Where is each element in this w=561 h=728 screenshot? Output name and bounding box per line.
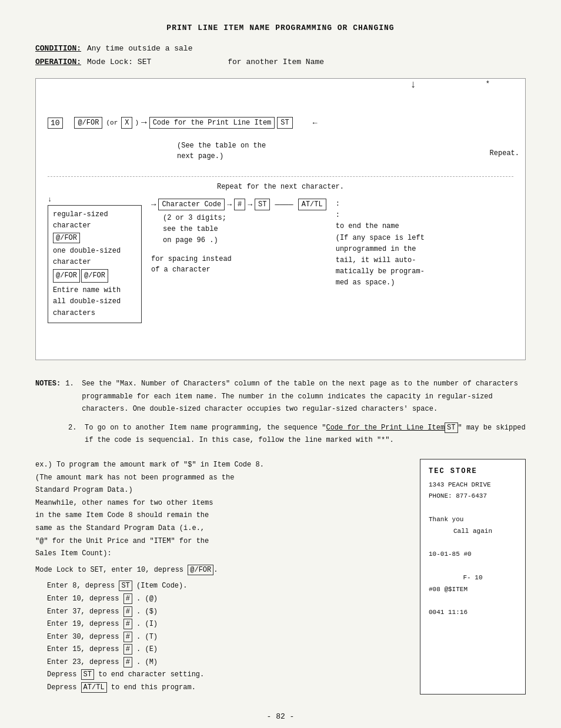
receipt-store-name: TEC STORE: [429, 465, 517, 478]
note-1-num: 1.: [65, 378, 77, 416]
receipt-box: TEC STORE 1343 PEACH DRIVE PHONE: 877-64…: [420, 459, 526, 695]
ex-line5: in the same Item Code 8 should remain th…: [35, 509, 408, 522]
char-note: (2 or 3 digits; see the table on page 96…: [163, 213, 226, 247]
condition-label: CONDITION:: [35, 44, 81, 53]
repeat-label: Repeat.: [490, 149, 519, 157]
double-at-for: @/FOR @/FOR: [53, 269, 136, 283]
note-st-box: ST: [445, 422, 458, 433]
separator: [48, 176, 513, 177]
char-main-flow: → Character Code → # → ST ———— AT/TL: [151, 199, 326, 210]
paren-close: ): [135, 119, 139, 126]
asterisk-marker: *: [486, 80, 490, 88]
spacer: [66, 119, 71, 128]
dotted-line: ————: [275, 200, 293, 209]
char-flow: ↓ regular-sized character @/FOR one doub…: [48, 196, 513, 323]
item-10-box: 10: [48, 118, 63, 129]
ex-prefix: ex.): [35, 461, 52, 469]
condition-text: Any time outside a sale: [87, 44, 192, 53]
receipt-thank-you: Thank you: [429, 514, 517, 526]
ex-line7: "@" for the Unit Price and "ITEM" for th…: [35, 535, 408, 548]
right-note: : : to end the name (If any space is lef…: [336, 196, 425, 289]
receipt-f10: F- 10: [429, 572, 517, 584]
flow-arrow: →: [141, 118, 147, 128]
notes-title: NOTES:: [35, 378, 61, 416]
ex-line6: same as the Standard Program Data (i.e.,: [35, 522, 408, 535]
code-for-print-line-item-box: Code for the Print Line Item: [149, 117, 275, 129]
receipt-phone: PHONE: 877-6437: [429, 491, 517, 502]
at-tl-box: AT/TL: [298, 199, 326, 210]
receipt-date: 10-01-85 #0: [429, 549, 517, 561]
loop-arrow-indicator: ↓: [410, 79, 416, 90]
for-spacing: for spacing instead of a character: [151, 254, 232, 275]
note-item-1: NOTES: 1. See the "Max. Number of Charac…: [35, 378, 526, 416]
receipt-call-again: Call again: [429, 526, 517, 538]
note-2-text: To go on to another Item name programmin…: [85, 422, 526, 447]
operation-label: OPERATION:: [35, 58, 81, 66]
x-box: X: [121, 117, 132, 129]
or-text: (or: [106, 119, 118, 126]
at-for-single: @/FOR: [53, 233, 80, 243]
arrow2: →: [227, 200, 232, 209]
diagram-area: ↓ * 10 @/FOR (or X ) → Code for the Prin…: [35, 78, 526, 360]
notes-section: NOTES: 1. See the "Max. Number of Charac…: [35, 378, 526, 447]
note-2-num: 2.: [68, 422, 80, 447]
ex-steps: Enter 8, depress ST (Item Code). Enter 1…: [47, 580, 408, 694]
ex-at-for: @/FOR: [188, 565, 213, 575]
ex-line2: (The amount mark has not been programmed…: [35, 472, 408, 485]
char-code-box: Character Code: [158, 199, 225, 210]
operation-text: Mode Lock: SET: [87, 58, 151, 66]
arrow3: →: [248, 200, 252, 209]
center-block: → Character Code → # → ST ———— AT/TL (2 …: [151, 196, 326, 275]
ex-line1: To program the amount mark of "$" in Ite…: [56, 461, 264, 469]
note-1-text: See the "Max. Number of Characters" colu…: [82, 378, 526, 416]
note-code-underline: Code for the Print Line Item: [326, 424, 445, 432]
page-title: PRINT LINE ITEM NAME PROGRAMMING OR CHAN…: [35, 24, 526, 32]
ex-line3: Standard Program Data.): [35, 484, 408, 497]
st-box-main: ST: [277, 117, 292, 129]
main-flow: 10 @/FOR (or X ) → Code for the Print Li…: [48, 117, 513, 129]
st-box-char: ST: [255, 199, 270, 210]
hash-box: #: [234, 199, 245, 210]
at-for-box: @/FOR: [74, 117, 102, 129]
example-section: ex.) To program the amount mark of "$" i…: [35, 459, 526, 695]
arrow-to-char: →: [151, 200, 156, 209]
ex-line9: Mode Lock to SET, enter 10, depress @/FO…: [35, 564, 408, 577]
repeat-for-next: Repeat for the next character.: [48, 183, 513, 191]
ex-line4: Meanwhile, other names for two other ite…: [35, 497, 408, 510]
receipt-total: 0041 11:16: [429, 607, 517, 619]
receipt-address: 1343 PEACH DRIVE: [429, 479, 517, 491]
left-block: regular-sized character @/FOR one double…: [48, 205, 142, 323]
ex-line8: Sales Item Count):: [35, 548, 408, 561]
right-arrow-back: ←: [313, 119, 318, 128]
for-another-item: for another Item Name: [228, 58, 324, 66]
example-text: ex.) To program the amount mark of "$" i…: [35, 459, 408, 695]
note-item-2: 2. To go on to another Item name program…: [68, 422, 526, 447]
sub-note: (See the table on the next page.): [177, 140, 513, 162]
receipt-item-line: #08 @$ITEM: [429, 584, 517, 596]
page-number: - 82 -: [35, 712, 526, 721]
